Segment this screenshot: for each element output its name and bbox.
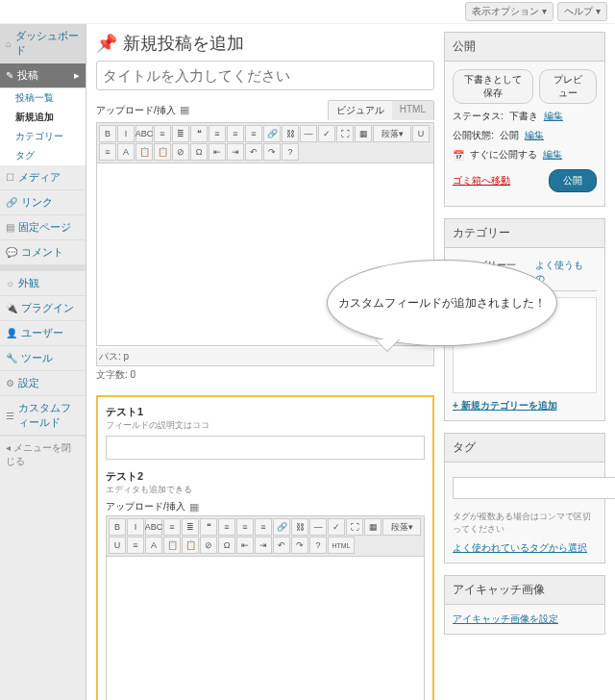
cf-toggle-button[interactable]: ▦ [364, 518, 381, 536]
cf-out-button[interactable]: ⇤ [236, 537, 254, 554]
cf-link-button[interactable]: 🔗 [273, 518, 290, 536]
trash-link[interactable]: ゴミ箱へ移動 [453, 174, 510, 188]
help-button[interactable]: ? [282, 143, 299, 161]
underline-button[interactable]: U [412, 125, 430, 142]
cf-field1-input[interactable] [106, 436, 425, 460]
cf-ul-button[interactable]: ≡ [163, 518, 181, 536]
bold-button[interactable]: B [99, 125, 116, 142]
save-draft-button[interactable]: 下書きとして保存 [453, 69, 533, 104]
paste-word-button[interactable]: 📋 [154, 143, 171, 161]
sidebar-item-dashboard[interactable]: ⌂ダッシュボード [0, 24, 86, 63]
sidebar-sub-posts-new[interactable]: 新規追加 [0, 108, 86, 127]
cf-char-button[interactable]: Ω [218, 537, 235, 554]
post-title-input[interactable] [96, 61, 434, 90]
align-right-button[interactable]: ≡ [245, 125, 262, 142]
screen-options-button[interactable]: 表示オプション ▾ [465, 2, 554, 21]
tab-visual[interactable]: ビジュアル [329, 101, 392, 120]
tab-html[interactable]: HTML [392, 101, 433, 120]
fullscreen-button[interactable]: ⛶ [336, 125, 354, 142]
cf-undo-button[interactable]: ↶ [273, 537, 290, 554]
cf-pt-button[interactable]: 📋 [163, 537, 181, 554]
sidebar-item-plugins[interactable]: 🔌プラグイン [0, 296, 86, 321]
cf-more-button[interactable]: — [309, 518, 327, 536]
more-button[interactable]: — [300, 125, 317, 142]
media-upload-icon[interactable]: ▦ [180, 104, 189, 116]
align-left-button[interactable]: ≡ [209, 125, 226, 142]
visibility-edit-link[interactable]: 編集 [525, 129, 544, 142]
cf-format-select[interactable]: 段落▾ [382, 518, 421, 536]
cf-justify-button[interactable]: ≡ [127, 537, 144, 554]
strike-button[interactable]: ABC [135, 125, 153, 142]
add-category-link[interactable]: + 新規カテゴリーを追加 [453, 400, 557, 411]
justify-button[interactable]: ≡ [99, 143, 116, 161]
cf-media-icon[interactable]: ▦ [189, 501, 199, 513]
textcolor-button[interactable]: A [117, 143, 135, 161]
preview-button[interactable]: プレビュー [539, 69, 597, 104]
sidebar-item-users[interactable]: 👤ユーザー [0, 321, 86, 346]
cf-italic-button[interactable]: I [127, 518, 144, 536]
cf-html-button[interactable]: HTML [328, 537, 355, 554]
redo-button[interactable]: ↷ [263, 143, 281, 161]
help-label: ヘルプ [564, 6, 593, 16]
undo-button[interactable]: ↶ [245, 143, 262, 161]
align-center-button[interactable]: ≡ [227, 125, 244, 142]
status-edit-link[interactable]: 編集 [544, 110, 563, 123]
cf-ol-button[interactable]: ≣ [182, 518, 199, 536]
sidebar-item-appearance[interactable]: ☼外観 [0, 271, 86, 296]
cf-ar-button[interactable]: ≡ [255, 518, 272, 536]
cf-ac-button[interactable]: ≡ [236, 518, 254, 536]
sidebar-item-comments[interactable]: 💬コメント [0, 240, 86, 265]
ol-button[interactable]: ≣ [172, 125, 189, 142]
cf-pw-button[interactable]: 📋 [182, 537, 199, 554]
sidebar-item-media[interactable]: ☐メディア [0, 165, 86, 190]
sidebar-sub-category[interactable]: カテゴリー [0, 127, 86, 146]
clear-button[interactable]: ⊘ [172, 143, 189, 161]
sidebar-item-posts[interactable]: ✎投稿▸ [0, 63, 86, 88]
format-select[interactable]: 段落▾ [373, 125, 411, 142]
set-thumbnail-link[interactable]: アイキャッチ画像を設定 [453, 613, 558, 624]
status-label: ステータス: [453, 110, 504, 123]
indent-button[interactable]: ⇥ [227, 143, 244, 161]
tag-panel: タグ 追加 タグが複数ある場合はコンマで区切ってください よく使われているタグか… [444, 433, 605, 563]
cf-bold-button[interactable]: B [109, 518, 126, 536]
cf-spell-button[interactable]: ✓ [328, 518, 345, 536]
publish-button[interactable]: 公開 [549, 169, 597, 192]
help-button[interactable]: ヘルプ ▾ [557, 2, 607, 21]
toggle-button[interactable]: ▦ [355, 125, 372, 142]
tag-choose-link[interactable]: よく使われているタグから選択 [453, 542, 587, 553]
spellcheck-button[interactable]: ✓ [318, 125, 335, 142]
charmap-button[interactable]: Ω [190, 143, 208, 161]
outdent-button[interactable]: ⇤ [209, 143, 226, 161]
sidebar-item-links[interactable]: 🔗リンク [0, 190, 86, 215]
sidebar-item-custom-fields[interactable]: ☰カスタムフィールド [0, 396, 86, 436]
ul-button[interactable]: ≡ [154, 125, 171, 142]
cf-redo-button[interactable]: ↷ [291, 537, 308, 554]
cf-strike-button[interactable]: ABC [145, 518, 162, 536]
cf-al-button[interactable]: ≡ [218, 518, 235, 536]
cf-full-button[interactable]: ⛶ [346, 518, 363, 536]
sidebar-item-pages[interactable]: ▤固定ページ [0, 215, 86, 240]
cf-editor[interactable] [106, 557, 425, 700]
schedule-edit-link[interactable]: 編集 [543, 148, 562, 162]
sidebar-item-tools[interactable]: 🔧ツール [0, 346, 86, 371]
cf-quote-button[interactable]: ❝ [200, 518, 217, 536]
sidebar-sub-posts-list[interactable]: 投稿一覧 [0, 88, 86, 108]
paste-text-button[interactable]: 📋 [135, 143, 153, 161]
quote-button[interactable]: ❝ [190, 125, 208, 142]
comment-icon: 💬 [6, 247, 17, 258]
cf-in-button[interactable]: ⇥ [255, 537, 272, 554]
link-button[interactable]: 🔗 [263, 125, 281, 142]
cf-unlink-button[interactable]: ⛓ [291, 518, 308, 536]
calendar-icon: 📅 [453, 150, 464, 161]
cf-color-button[interactable]: A [145, 537, 162, 554]
cf-help-button[interactable]: ? [309, 537, 327, 554]
sidebar-sub-tag[interactable]: タグ [0, 146, 86, 165]
tag-input[interactable] [453, 477, 615, 499]
cf-clear-button[interactable]: ⊘ [200, 537, 217, 554]
sidebar-collapse-button[interactable]: ◂ メニューを閉じる [0, 436, 86, 473]
sidebar-item-settings[interactable]: ⚙設定 [0, 371, 86, 396]
italic-button[interactable]: I [117, 125, 135, 142]
unlink-button[interactable]: ⛓ [282, 125, 299, 142]
cf-u-button[interactable]: U [109, 537, 126, 554]
visibility-label: 公開状態: [453, 129, 494, 142]
